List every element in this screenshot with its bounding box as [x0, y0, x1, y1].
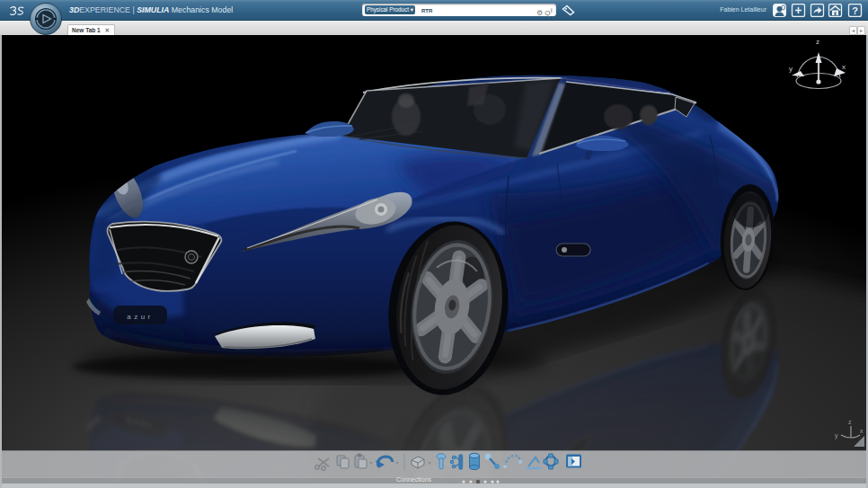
svg-text:z: z	[816, 38, 819, 46]
svg-text:x: x	[860, 428, 864, 434]
svg-text:azur: azur	[127, 313, 154, 321]
svg-text:x: x	[842, 63, 846, 71]
svg-text:y: y	[835, 432, 838, 439]
svg-text:z: z	[848, 419, 852, 425]
svg-text:y: y	[789, 65, 793, 73]
svg-text:?: ?	[852, 5, 858, 16]
